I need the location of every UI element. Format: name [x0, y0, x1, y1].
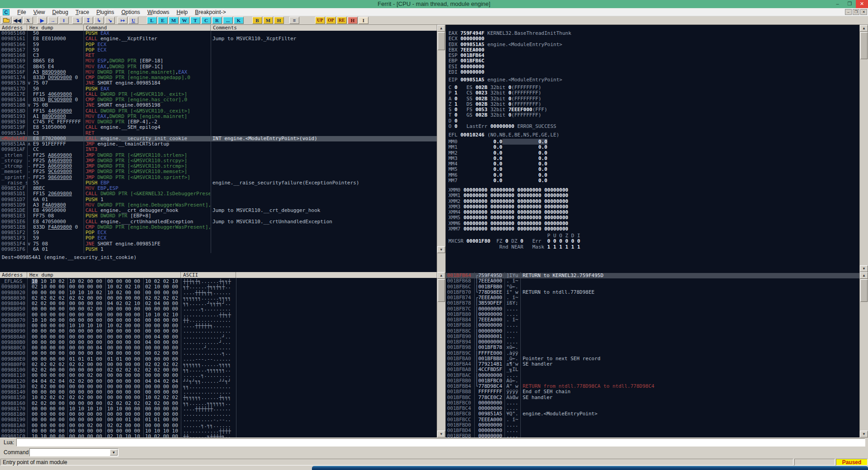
register-line[interactable]: ESP 001BFB64 — [448, 53, 859, 58]
hexdump-row[interactable]: 009881C010 10 00 0000 00 00 0002 10 10 1… — [0, 434, 437, 437]
op-button[interactable]: OP — [326, 17, 336, 24]
hexdump-row[interactable]: _EFLAGS_10 10 10 0210 02 00 0000 00 00 0… — [0, 279, 437, 284]
scroll-thumb[interactable] — [860, 279, 868, 302]
stack-row[interactable]: 001BFB94│00000000.... — [446, 339, 859, 345]
open-file-button[interactable] — [1, 17, 11, 24]
hexdump-row[interactable]: 0098801002 10 00 0000 00 00 0010 02 02 1… — [0, 284, 437, 290]
i-button[interactable]: I — [359, 17, 368, 24]
rewind-button[interactable]: ◀◀ — [12, 17, 22, 24]
disasm-row[interactable]: <ModuleEntryPE8 F7020000CALL engine.__se… — [0, 136, 437, 141]
hexdump-row[interactable]: 0098803002 02 02 0202 02 00 0000 00 00 0… — [0, 296, 437, 301]
hex-col-ascii[interactable]: ASCII — [181, 272, 236, 278]
register-line[interactable]: EDI 00000000 — [448, 70, 859, 75]
hexdump-row[interactable]: 0098805000 00 00 0000 00 02 0000 00 00 0… — [0, 306, 437, 312]
hexdump-row[interactable]: 0098817000 00 00 0010 10 10 1010 10 00 0… — [0, 406, 437, 412]
re-button[interactable]: RE — [337, 17, 347, 24]
trace-over-button[interactable]: ↘ — [105, 17, 115, 24]
disasm-row[interactable]: __raise_securityfailure55PUSH EBPengine.… — [0, 180, 437, 186]
stack-row[interactable]: 001BFBBC778CE0C2ÀàŒwSE handler — [446, 395, 859, 400]
hexdump-row[interactable]: 0098816002 02 00 0000 00 00 0002 02 02 0… — [0, 401, 437, 406]
step-over-button[interactable]: ↧ — [83, 17, 93, 24]
stack-row[interactable]: 001BFB8C│00000000.... — [446, 329, 859, 334]
disasm-row[interactable]: 009851F66A 01PUSH 1 — [0, 247, 437, 252]
stack-row[interactable]: 001BFB7C│00000000.... — [446, 306, 859, 312]
stack-row[interactable]: 001BFB80│00000000.... — [446, 312, 859, 317]
hexdump-row[interactable]: 0098804002 02 00 0000 00 00 0004 02 02 1… — [0, 301, 437, 306]
stack-row[interactable]: 001BFBD800000000.... — [446, 433, 859, 437]
register-line[interactable]: EAX 759F494F KERNEL32.BaseThreadInitThun… — [448, 31, 859, 36]
stack-row[interactable]: 001BFB78│3B59DFEFïßY; — [446, 301, 859, 306]
step-into-button[interactable]: ↴ — [72, 17, 82, 24]
scroll-thumb[interactable] — [860, 32, 868, 59]
eip-line[interactable]: EIP 009851A5 engine.<ModuleEntryPoint> — [448, 77, 859, 83]
disasm-row[interactable]: 00985174833D D09D9800 0CMP DWORD PTR [en… — [0, 75, 437, 80]
menu-breakpoint[interactable]: Breakpoint-> — [191, 8, 229, 16]
disasm-row[interactable]: 0098518B∨75 0BJNE SHORT engine.00985198 — [0, 103, 437, 108]
menu-trace[interactable]: Trace — [72, 8, 93, 16]
scroll-down-arrow[interactable]: ▼ — [437, 246, 445, 253]
flag-line[interactable]: O 0 LastErr 00000000 ERROR_SUCCESS — [448, 124, 859, 129]
close-button[interactable]: ✕ — [856, 0, 868, 8]
resume-button[interactable]: → — [48, 17, 58, 24]
up-button[interactable]: UP — [315, 17, 325, 24]
disasm-row[interactable]: _memset-FF25 9C609800JMP DWORD PTR [<&MS… — [0, 169, 437, 174]
mdi-close-button[interactable]: ✕ — [860, 9, 867, 15]
disasm-row[interactable]: 0098516759POP ECX — [0, 47, 437, 53]
disasm-row[interactable]: 00985168C3RET — [0, 53, 437, 58]
hex-col-hexdump[interactable]: Hex dump — [28, 272, 181, 278]
hexdump-row[interactable]: 0098815010 02 02 0202 02 00 0000 00 00 0… — [0, 395, 437, 400]
hexdump-row[interactable]: 0098818000 00 00 0000 00 00 0000 00 00 0… — [0, 412, 437, 417]
trace-into-button[interactable]: ↳ — [94, 17, 104, 24]
watches-window-button[interactable]: W — [179, 17, 189, 24]
hexdump-row[interactable]: 0098809000 00 00 0000 00 00 0000 00 00 0… — [0, 329, 437, 334]
disasm-row[interactable]: 009851F259POP ECX — [0, 230, 437, 235]
stack-row[interactable]: 001BFBC8009851A5¥Q".engine.<ModuleEntryP… — [446, 411, 859, 417]
disasm-row[interactable]: 0098516050PUSH EAX — [0, 31, 437, 36]
disasm-row[interactable]: 009851D9A3 F4A09800MOV DWORD PTR [engine… — [0, 202, 437, 208]
disasm-row[interactable]: 00985184833D BC9D9800 0CMP DWORD PTR [en… — [0, 97, 437, 103]
flag-line[interactable]: T 0 GS 002B 32bit 0(FFFFFFFF) — [448, 113, 859, 118]
xmm-register-line[interactable]: XMM7 00000000 00000000 00000000 00000000 — [448, 226, 859, 232]
disasm-row[interactable]: 0098517EFF15 40609800CALL DWORD PTR [<&M… — [0, 92, 437, 97]
mdi-restore-button[interactable]: ❐ — [853, 9, 859, 15]
disasm-row[interactable]: 0098516659POP ECX — [0, 42, 437, 47]
disasm-row[interactable]: _strcpy-FF25 A4609800JMP DWORD PTR [<&MS… — [0, 158, 437, 164]
run-button[interactable]: ▶ — [37, 17, 47, 24]
scroll-thumb[interactable] — [438, 279, 445, 302]
stack-row[interactable]: 001BFBCC7EEEA000. î~ — [446, 417, 859, 423]
dots-window-button[interactable]: ... — [223, 17, 233, 24]
mxcsr-line[interactable]: Rnd NEAR Mask 1 1 1 1 1 1 — [448, 244, 859, 250]
scroll-down-arrow[interactable]: ▼ — [860, 431, 868, 437]
disasm-row[interactable]: 009851D76A 01PUSH 1 — [0, 197, 437, 202]
scroll-down-arrow[interactable]: ▼ — [860, 265, 868, 272]
menu-file[interactable]: File — [14, 8, 29, 16]
menu-options[interactable]: Options — [118, 8, 144, 16]
h-button[interactable]: H — [348, 17, 358, 24]
breakpoints-window-button[interactable]: B — [252, 17, 262, 24]
disasm-col-command[interactable]: Command — [84, 25, 211, 31]
references-window-button[interactable]: R — [212, 17, 222, 24]
disasm-row[interactable]: 0098519FE8 51050000CALL engine.__SEH_epi… — [0, 125, 437, 130]
disasm-row[interactable]: 0098516C8B45 E4MOV EAX,DWORD PTR [EBP-1C… — [0, 64, 437, 70]
mdi-minimize-button[interactable]: – — [845, 9, 852, 15]
disasm-row[interactable]: 009851DEE8 49050000CALL engine.__crt_deb… — [0, 208, 437, 213]
chevron-down-icon[interactable]: ▼ — [110, 449, 118, 456]
hexdump-row[interactable]: 0098802000 00 00 0010 10 10 0210 02 00 0… — [0, 290, 437, 296]
disasm-row[interactable]: 009851E6E8 47050000CALL engine.___crtUnh… — [0, 219, 437, 225]
stack-row[interactable]: 001BFBA0│001BFBB8¸û←.Pointer to next SEH… — [446, 356, 859, 362]
stack-row[interactable]: 001BFBA8│4CCFBD5F_╗ÏL — [446, 367, 859, 372]
memory-window-button[interactable]: M — [169, 17, 179, 24]
hexdump-row[interactable]: 009880E000 00 00 0001 01 01 0001 01 00 0… — [0, 357, 437, 362]
close-module-button[interactable]: X — [23, 17, 33, 24]
menu-help[interactable]: Help — [173, 8, 192, 16]
hexdump-row[interactable]: 0098812004 04 02 0402 02 00 0000 00 00 0… — [0, 379, 437, 384]
disasm-row[interactable]: 00985193A1 B89D9800MOV EAX,DWORD PTR [en… — [0, 114, 437, 119]
stack-row[interactable]: 001BFBD000000000.... — [446, 423, 859, 428]
cpu-window-icon[interactable]: C — [3, 9, 9, 15]
disasm-row[interactable]: _strlen-FF25 A8609800JMP DWORD PTR [<&MS… — [0, 153, 437, 158]
hexdump-row[interactable]: 0098806000 00 00 0000 00 00 0000 00 00 0… — [0, 312, 437, 318]
hexdump-row[interactable]: 0098811000 00 00 0000 00 02 0000 00 00 0… — [0, 373, 437, 378]
hexdump-row[interactable]: 0098808000 00 00 0010 10 10 1010 02 00 0… — [0, 323, 437, 329]
stack-row[interactable]: 001BFB68│7EEEA000. î~ — [446, 278, 859, 284]
disasm-row[interactable]: 009851AFCCINT3 — [0, 147, 437, 152]
